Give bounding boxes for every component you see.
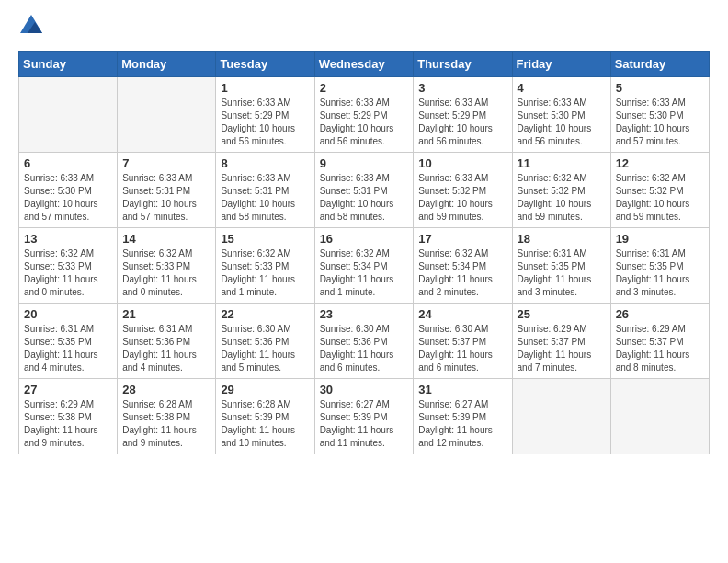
day-number: 14 [122,232,210,246]
weekday-header-wednesday: Wednesday [314,52,414,77]
calendar-cell: 14Sunrise: 6:32 AM Sunset: 5:33 PM Dayli… [118,228,216,304]
day-info: Sunrise: 6:33 AM Sunset: 5:29 PM Dayligh… [221,97,309,148]
day-number: 30 [320,383,409,396]
week-row-2: 6Sunrise: 6:33 AM Sunset: 5:30 PM Daylig… [19,153,710,228]
weekday-header-saturday: Saturday [610,52,709,77]
calendar-cell: 7Sunrise: 6:33 AM Sunset: 5:31 PM Daylig… [118,153,216,228]
calendar-table: SundayMondayTuesdayWednesdayThursdayFrid… [18,51,710,454]
calendar-cell: 22Sunrise: 6:30 AM Sunset: 5:36 PM Dayli… [216,304,314,379]
day-number: 1 [221,81,309,95]
week-row-1: 1Sunrise: 6:33 AM Sunset: 5:29 PM Daylig… [19,77,710,153]
calendar-cell: 11Sunrise: 6:32 AM Sunset: 5:32 PM Dayli… [512,153,610,228]
weekday-header-thursday: Thursday [414,52,512,77]
weekday-header-monday: Monday [118,52,216,77]
day-info: Sunrise: 6:30 AM Sunset: 5:36 PM Dayligh… [320,323,409,374]
day-number: 31 [418,383,506,396]
week-row-4: 20Sunrise: 6:31 AM Sunset: 5:35 PM Dayli… [19,304,710,379]
header-row: SundayMondayTuesdayWednesdayThursdayFrid… [19,52,710,77]
day-number: 12 [616,156,704,170]
day-number: 19 [616,232,704,246]
day-info: Sunrise: 6:31 AM Sunset: 5:36 PM Dayligh… [122,323,210,374]
day-number: 24 [418,307,506,321]
day-info: Sunrise: 6:33 AM Sunset: 5:31 PM Dayligh… [221,172,309,224]
day-number: 20 [24,307,112,321]
day-info: Sunrise: 6:32 AM Sunset: 5:32 PM Dayligh… [616,172,704,224]
calendar-cell [19,77,118,153]
day-info: Sunrise: 6:32 AM Sunset: 5:34 PM Dayligh… [418,247,506,299]
calendar-cell [512,379,610,454]
day-number: 21 [122,307,210,321]
day-info: Sunrise: 6:33 AM Sunset: 5:30 PM Dayligh… [24,172,112,224]
day-info: Sunrise: 6:29 AM Sunset: 5:38 PM Dayligh… [24,398,112,450]
calendar-cell: 28Sunrise: 6:28 AM Sunset: 5:38 PM Dayli… [118,379,216,454]
day-info: Sunrise: 6:27 AM Sunset: 5:39 PM Dayligh… [320,398,409,450]
calendar-cell: 15Sunrise: 6:32 AM Sunset: 5:33 PM Dayli… [216,228,314,304]
day-info: Sunrise: 6:31 AM Sunset: 5:35 PM Dayligh… [518,247,606,299]
day-info: Sunrise: 6:27 AM Sunset: 5:39 PM Dayligh… [418,398,506,450]
day-info: Sunrise: 6:33 AM Sunset: 5:30 PM Dayligh… [616,97,704,148]
day-number: 10 [418,156,506,170]
day-number: 23 [320,307,409,321]
calendar-cell: 27Sunrise: 6:29 AM Sunset: 5:38 PM Dayli… [19,379,118,454]
day-number: 9 [320,156,409,170]
day-number: 15 [221,232,309,246]
day-info: Sunrise: 6:28 AM Sunset: 5:38 PM Dayligh… [122,398,210,450]
week-row-3: 13Sunrise: 6:32 AM Sunset: 5:33 PM Dayli… [19,228,710,304]
day-info: Sunrise: 6:32 AM Sunset: 5:34 PM Dayligh… [320,247,409,299]
calendar-cell: 3Sunrise: 6:33 AM Sunset: 5:29 PM Daylig… [414,77,512,153]
day-number: 6 [24,156,112,170]
day-info: Sunrise: 6:31 AM Sunset: 5:35 PM Dayligh… [24,323,112,374]
weekday-header-tuesday: Tuesday [216,52,314,77]
calendar-cell: 18Sunrise: 6:31 AM Sunset: 5:35 PM Dayli… [512,228,610,304]
day-number: 25 [518,307,606,321]
day-info: Sunrise: 6:30 AM Sunset: 5:37 PM Dayligh… [418,323,506,374]
day-number: 22 [221,307,309,321]
day-info: Sunrise: 6:32 AM Sunset: 5:33 PM Dayligh… [221,247,309,299]
page-header [18,18,710,41]
weekday-header-sunday: Sunday [19,52,118,77]
day-info: Sunrise: 6:29 AM Sunset: 5:37 PM Dayligh… [518,323,606,374]
calendar-cell [118,77,216,153]
calendar-cell: 12Sunrise: 6:32 AM Sunset: 5:32 PM Dayli… [610,153,709,228]
day-number: 13 [24,232,112,246]
calendar-cell [610,379,709,454]
day-number: 16 [320,232,409,246]
calendar-cell: 2Sunrise: 6:33 AM Sunset: 5:29 PM Daylig… [314,77,414,153]
day-info: Sunrise: 6:32 AM Sunset: 5:33 PM Dayligh… [122,247,210,299]
day-number: 17 [418,232,506,246]
day-number: 28 [122,383,210,396]
week-row-5: 27Sunrise: 6:29 AM Sunset: 5:38 PM Dayli… [19,379,710,454]
calendar-cell: 31Sunrise: 6:27 AM Sunset: 5:39 PM Dayli… [414,379,512,454]
calendar-cell: 5Sunrise: 6:33 AM Sunset: 5:30 PM Daylig… [610,77,709,153]
logo [18,18,42,41]
day-info: Sunrise: 6:33 AM Sunset: 5:31 PM Dayligh… [122,172,210,224]
day-info: Sunrise: 6:33 AM Sunset: 5:29 PM Dayligh… [320,97,409,148]
calendar-cell: 1Sunrise: 6:33 AM Sunset: 5:29 PM Daylig… [216,77,314,153]
calendar-cell: 13Sunrise: 6:32 AM Sunset: 5:33 PM Dayli… [19,228,118,304]
calendar-cell: 29Sunrise: 6:28 AM Sunset: 5:39 PM Dayli… [216,379,314,454]
calendar-cell: 23Sunrise: 6:30 AM Sunset: 5:36 PM Dayli… [314,304,414,379]
calendar-cell: 30Sunrise: 6:27 AM Sunset: 5:39 PM Dayli… [314,379,414,454]
day-info: Sunrise: 6:29 AM Sunset: 5:37 PM Dayligh… [616,323,704,374]
day-number: 2 [320,81,409,95]
calendar-cell: 10Sunrise: 6:33 AM Sunset: 5:32 PM Dayli… [414,153,512,228]
calendar-cell: 6Sunrise: 6:33 AM Sunset: 5:30 PM Daylig… [19,153,118,228]
day-info: Sunrise: 6:28 AM Sunset: 5:39 PM Dayligh… [221,398,309,450]
calendar-cell: 8Sunrise: 6:33 AM Sunset: 5:31 PM Daylig… [216,153,314,228]
day-number: 29 [221,383,309,396]
day-number: 5 [616,81,704,95]
day-number: 18 [518,232,606,246]
logo-container [18,18,42,41]
day-info: Sunrise: 6:30 AM Sunset: 5:36 PM Dayligh… [221,323,309,374]
day-number: 3 [418,81,506,95]
calendar-cell: 20Sunrise: 6:31 AM Sunset: 5:35 PM Dayli… [19,304,118,379]
day-info: Sunrise: 6:33 AM Sunset: 5:30 PM Dayligh… [518,97,606,148]
day-info: Sunrise: 6:32 AM Sunset: 5:32 PM Dayligh… [518,172,606,224]
day-number: 4 [518,81,606,95]
calendar-cell: 16Sunrise: 6:32 AM Sunset: 5:34 PM Dayli… [314,228,414,304]
day-number: 11 [518,156,606,170]
day-info: Sunrise: 6:33 AM Sunset: 5:31 PM Dayligh… [320,172,409,224]
calendar-cell: 21Sunrise: 6:31 AM Sunset: 5:36 PM Dayli… [118,304,216,379]
calendar-cell: 17Sunrise: 6:32 AM Sunset: 5:34 PM Dayli… [414,228,512,304]
calendar-cell: 24Sunrise: 6:30 AM Sunset: 5:37 PM Dayli… [414,304,512,379]
